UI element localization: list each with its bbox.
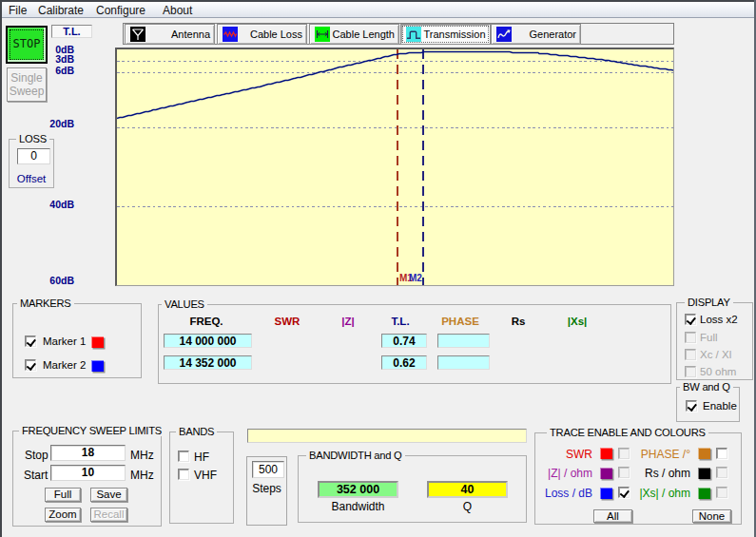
stop-unit-label: MHz — [130, 449, 154, 462]
check-mark-icon: ✓ — [686, 315, 695, 324]
trace-xs-label: |Xs| / ohm — [624, 487, 690, 500]
trace-swr-label: SWR — [535, 448, 592, 461]
marker1-checkbox[interactable]: ✓ — [25, 336, 36, 347]
stop-freq-input[interactable]: 18 — [50, 445, 126, 461]
trace-all-button[interactable]: All — [593, 509, 632, 523]
menu-file[interactable]: File — [9, 4, 27, 17]
display-group-title: DISPLAY — [685, 297, 733, 308]
tab-transmission-label: Transmission — [424, 29, 486, 40]
app-window: File Calibrate Configure About STOP T.L.… — [0, 0, 756, 537]
tab-antenna[interactable]: Antenna — [125, 24, 215, 45]
start-freq-input[interactable]: 10 — [50, 465, 126, 481]
tab-transmission[interactable]: Transmission — [400, 24, 491, 45]
steps-panel: 500 Steps — [246, 456, 287, 526]
tab-cable-length[interactable]: Cable Length — [309, 24, 399, 45]
cable-loss-icon — [223, 27, 238, 42]
marker1-color-swatch[interactable] — [91, 336, 104, 348]
check-mark-icon: ✓ — [26, 360, 35, 370]
marker1-phase-field — [437, 334, 490, 348]
generator-icon — [496, 27, 512, 42]
start-label: Start — [24, 469, 48, 482]
marker2-chart-label: M2 — [409, 274, 422, 283]
hf-checkbox[interactable]: ✓ — [178, 451, 189, 462]
loss-group: LOSS 0 Offset — [9, 139, 54, 188]
message-field[interactable] — [247, 429, 527, 443]
menu-configure[interactable]: Configure — [96, 4, 145, 17]
axis-label-3db: 3dB — [37, 54, 74, 65]
bands-group-title: BANDS — [176, 426, 217, 437]
single-sweep-button[interactable]: Single Sweep — [7, 67, 47, 102]
trace-rs-swatch — [698, 468, 710, 479]
trace-loss-label: Loss / dB — [535, 487, 592, 500]
sweep-chart[interactable]: M1 M2 — [115, 48, 674, 286]
values-header-rs: Rs — [512, 316, 526, 327]
window-top-border — [0, 0, 756, 2]
tab-cable-loss[interactable]: Cable Loss — [217, 24, 307, 45]
q-label: Q — [427, 500, 508, 513]
frequency-sweep-limits-group: FREQUENCY SWEEP LIMITS Stop 18 MHz Start… — [12, 431, 162, 527]
tl-axis-title: T.L. — [51, 25, 92, 38]
recall-button: Recall — [90, 508, 127, 522]
trace-swr-swatch — [600, 448, 612, 459]
steps-input[interactable]: 500 — [252, 461, 284, 478]
loss-group-title: LOSS — [16, 133, 49, 144]
trace-phase-checkbox[interactable]: ✓ — [716, 448, 727, 459]
icon-background — [496, 27, 512, 42]
tab-cable-length-label: Cable Length — [333, 29, 395, 40]
loss-value-field[interactable]: 0 — [17, 148, 50, 164]
marker2-label: Marker 2 — [43, 359, 86, 371]
antenna-icon — [130, 27, 145, 42]
steps-label: Steps — [247, 482, 286, 495]
vhf-checkbox[interactable]: ✓ — [178, 469, 189, 480]
display-lossx2-checkbox[interactable]: ✓ — [685, 314, 696, 325]
menu-about[interactable]: About — [163, 4, 192, 17]
trace-xs-checkbox[interactable]: ✓ — [716, 487, 727, 498]
menu-bar: File Calibrate Configure About — [2, 2, 754, 18]
fsl-group-title: FREQUENCY SWEEP LIMITS — [19, 425, 165, 436]
tab-generator[interactable]: Generator — [491, 24, 581, 45]
marker2-freq-field: 14 352 000 — [164, 355, 252, 370]
display-50ohm-label: 50 ohm — [700, 366, 736, 377]
bw-and-q-group-title: BW and Q — [680, 381, 733, 393]
full-button[interactable]: Full — [45, 488, 81, 502]
transmission-icon — [406, 27, 421, 42]
cable-length-icon — [315, 27, 330, 42]
menu-calibrate[interactable]: Calibrate — [38, 4, 84, 17]
trace-enable-colours-group: TRACE ENABLE AND COLOURS SWR ✓ PHASE /° … — [534, 432, 742, 525]
values-group-title: VALUES — [162, 298, 207, 310]
save-button[interactable]: Save — [90, 488, 127, 502]
trace-rs-label: Rs / ohm — [624, 467, 690, 480]
bandwidth-group-title: BANDWIDTH and Q — [306, 450, 405, 461]
start-unit-label: MHz — [130, 469, 154, 482]
axis-label-20db: 20dB — [37, 119, 74, 129]
single-sweep-line1: Single — [8, 71, 46, 85]
display-group: DISPLAY ✓ Loss x2 ✓ Full ✓ Xc / Xl ✓ 50 … — [676, 302, 753, 380]
display-full-label: Full — [700, 332, 718, 343]
trace-phase-label: PHASE /° — [624, 448, 690, 461]
axis-label-60db: 60dB — [37, 276, 74, 286]
loss-curve — [117, 52, 673, 119]
marker2-checkbox[interactable]: ✓ — [25, 359, 36, 371]
bands-group: BANDS ✓ HF ✓ VHF — [169, 432, 234, 524]
values-group: VALUES FREQ. SWR |Z| T.L. PHASE Rs |Xs| … — [158, 304, 671, 384]
bw-and-q-group: BW and Q ✓ Enable — [676, 387, 740, 422]
bandwidth-value-field: 352 000 — [318, 481, 398, 498]
trace-rs-checkbox[interactable]: ✓ — [716, 467, 727, 478]
marker1-label: Marker 1 — [43, 336, 86, 347]
markers-group-title: MARKERS — [17, 297, 74, 309]
markers-group: MARKERS ✓ Marker 1 ✓ Marker 2 — [12, 303, 142, 378]
values-header-xs: |Xs| — [568, 316, 588, 327]
zoom-button[interactable]: Zoom — [45, 508, 81, 522]
icon-background — [406, 27, 421, 42]
trace-z-swatch — [600, 468, 612, 479]
loss-offset-button[interactable]: Offset — [10, 173, 53, 184]
values-header-z: |Z| — [341, 316, 354, 327]
window-left-border — [0, 0, 2, 537]
display-50ohm-checkbox: ✓ — [685, 366, 696, 377]
chart-canvas — [117, 49, 673, 285]
bwq-enable-checkbox[interactable]: ✓ — [686, 400, 697, 412]
tab-generator-label: Generator — [529, 29, 576, 40]
display-xcxl-label: Xc / Xl — [700, 349, 731, 360]
trace-none-button[interactable]: None — [692, 509, 731, 523]
marker2-color-swatch[interactable] — [91, 360, 104, 372]
